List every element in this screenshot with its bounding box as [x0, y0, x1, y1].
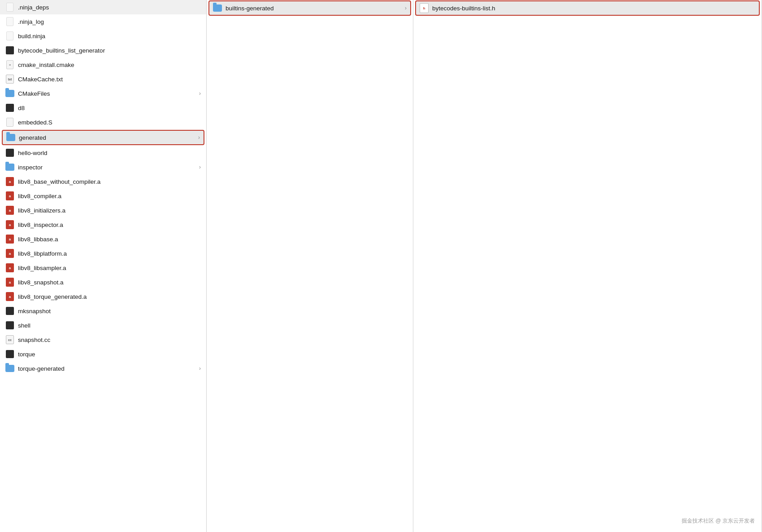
src-icon: txt — [6, 75, 14, 84]
item-name: torque-generated — [18, 365, 197, 372]
header-icon: h — [420, 3, 429, 13]
file-browser: .ninja_deps.ninja_logbuild.ninjabytecode… — [0, 0, 762, 532]
item-name: .ninja_deps — [18, 4, 201, 11]
lib-icon: a — [6, 292, 14, 301]
list-item[interactable]: inspector› — [0, 160, 206, 174]
item-name: bytecodes-builtins-list.h — [432, 5, 755, 12]
item-name: generated — [19, 134, 196, 141]
item-name: libv8_snapshot.a — [18, 279, 201, 286]
item-name: libv8_base_without_compiler.a — [18, 178, 201, 185]
item-name: inspector — [18, 164, 197, 171]
list-item[interactable]: alibv8_inspector.a — [0, 217, 206, 232]
item-name: shell — [18, 322, 201, 329]
exec-icon — [6, 46, 14, 54]
list-item[interactable]: ≡cmake_install.cmake — [0, 58, 206, 72]
item-name: libv8_libplatform.a — [18, 250, 201, 257]
exec-icon — [6, 321, 14, 329]
file-icon — [6, 31, 13, 40]
lib-icon: a — [6, 249, 14, 258]
list-item[interactable]: alibv8_compiler.a — [0, 189, 206, 203]
lib-icon: a — [6, 263, 14, 272]
item-name: d8 — [18, 105, 201, 111]
folder-icon — [213, 4, 222, 12]
item-name: bytecode_builtins_list_generator — [18, 47, 201, 54]
list-item[interactable]: d8 — [0, 101, 206, 115]
item-name: CMakeFiles — [18, 90, 197, 97]
lib-icon: a — [6, 235, 14, 244]
column-1: .ninja_deps.ninja_logbuild.ninjabytecode… — [0, 0, 207, 532]
file-icon — [6, 17, 13, 26]
folder-icon — [5, 365, 14, 372]
list-item[interactable]: builtins-generated› — [208, 0, 411, 16]
lib-icon: a — [6, 177, 14, 186]
list-item[interactable]: torque — [0, 347, 206, 361]
item-name: torque — [18, 351, 201, 358]
watermark: 掘金技术社区 @ 京东云开发者 — [682, 517, 755, 525]
lib-icon: a — [6, 220, 14, 229]
src-icon: cc — [6, 335, 14, 344]
item-name: libv8_libsampler.a — [18, 265, 201, 271]
list-item[interactable]: alibv8_base_without_compiler.a — [0, 174, 206, 189]
list-item[interactable]: embedded.S — [0, 115, 206, 129]
item-name: builtins-generated — [226, 5, 403, 12]
list-item[interactable]: txtCMakeCache.txt — [0, 72, 206, 86]
chevron-icon: › — [199, 164, 201, 170]
list-item[interactable]: alibv8_snapshot.a — [0, 275, 206, 289]
item-name: libv8_libbase.a — [18, 236, 201, 243]
exec-icon — [6, 307, 14, 315]
chevron-icon: › — [198, 134, 200, 141]
list-item[interactable]: build.ninja — [0, 29, 206, 43]
exec-icon — [6, 104, 14, 112]
asm-icon — [6, 118, 13, 127]
column-2: builtins-generated› — [207, 0, 413, 532]
list-item[interactable]: torque-generated› — [0, 361, 206, 376]
list-item[interactable]: bytecode_builtins_list_generator — [0, 43, 206, 58]
folder-icon — [6, 134, 15, 141]
list-item[interactable]: alibv8_torque_generated.a — [0, 289, 206, 304]
list-item[interactable]: generated› — [2, 130, 204, 145]
item-name: build.ninja — [18, 33, 201, 40]
list-item[interactable]: alibv8_libbase.a — [0, 232, 206, 246]
item-name: libv8_torque_generated.a — [18, 293, 201, 300]
list-item[interactable]: CMakeFiles› — [0, 86, 206, 101]
list-item[interactable]: hbytecodes-builtins-list.h — [415, 0, 760, 16]
item-name: libv8_inspector.a — [18, 222, 201, 228]
list-item[interactable]: shell — [0, 318, 206, 332]
chevron-icon: › — [405, 5, 407, 11]
list-item[interactable]: hello-world — [0, 146, 206, 160]
item-name: libv8_initializers.a — [18, 207, 201, 214]
item-name: cmake_install.cmake — [18, 62, 201, 68]
item-name: snapshot.cc — [18, 337, 201, 343]
list-item[interactable]: alibv8_libsampler.a — [0, 261, 206, 275]
exec-icon — [6, 149, 14, 157]
list-item[interactable]: .ninja_log — [0, 14, 206, 29]
item-name: embedded.S — [18, 119, 201, 126]
lib-icon: a — [6, 191, 14, 200]
column-3: hbytecodes-builtins-list.h — [413, 0, 762, 532]
file-icon — [6, 3, 13, 12]
folder-icon — [5, 90, 14, 97]
chevron-icon: › — [199, 90, 201, 97]
folder-icon — [5, 164, 14, 171]
exec-icon — [6, 350, 14, 358]
item-name: hello-world — [18, 150, 201, 156]
list-item[interactable]: alibv8_initializers.a — [0, 203, 206, 217]
chevron-icon: › — [199, 365, 201, 372]
list-item[interactable]: ccsnapshot.cc — [0, 332, 206, 347]
lib-icon: a — [6, 278, 14, 287]
list-item[interactable]: alibv8_libplatform.a — [0, 246, 206, 261]
list-item[interactable]: mksnapshot — [0, 304, 206, 318]
item-name: libv8_compiler.a — [18, 193, 201, 200]
cmake-icon: ≡ — [6, 60, 13, 69]
item-name: mksnapshot — [18, 308, 201, 315]
item-name: CMakeCache.txt — [18, 76, 201, 83]
list-item[interactable]: .ninja_deps — [0, 0, 206, 14]
lib-icon: a — [6, 206, 14, 215]
item-name: .ninja_log — [18, 18, 201, 25]
